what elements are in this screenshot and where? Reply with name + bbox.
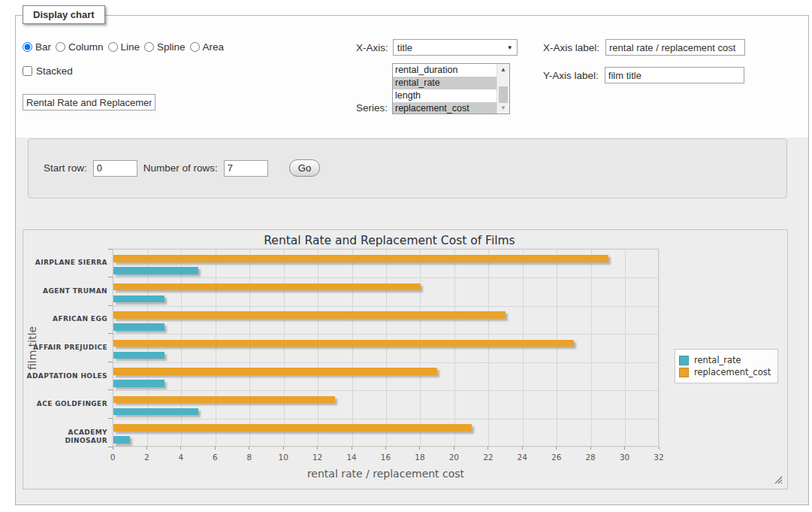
x-tick-label: 12 xyxy=(303,453,333,462)
x-tick-mark xyxy=(624,447,625,450)
gridline xyxy=(181,250,182,446)
fieldset-legend: Display chart xyxy=(23,5,105,24)
series-listbox-scrollbar[interactable]: ▲ ▼ xyxy=(497,64,509,114)
gridline xyxy=(625,250,626,446)
bar-rental_rate xyxy=(113,295,165,303)
legend-item: replacement_cost xyxy=(679,367,771,377)
radio-label: Column xyxy=(68,41,104,53)
plot-grid xyxy=(113,249,659,447)
y-axis-label-input[interactable] xyxy=(605,67,744,83)
gridline xyxy=(216,250,216,446)
gridline xyxy=(352,250,353,446)
x-tick-mark xyxy=(454,447,454,450)
series-option-replacement_cost[interactable]: replacement_cost xyxy=(393,102,497,114)
y-axis-label-row: Y-Axis label: xyxy=(543,67,744,83)
y-tick-mark xyxy=(108,333,113,334)
gridline xyxy=(249,250,250,446)
series-option-length[interactable]: length xyxy=(393,89,497,102)
gridline xyxy=(523,250,524,446)
series-listbox[interactable]: rental_durationrental_ratelengthreplacem… xyxy=(392,63,510,114)
x-tick-mark xyxy=(556,447,557,450)
y-tick-mark xyxy=(108,389,113,390)
chart-type-bar[interactable]: Bar xyxy=(23,41,51,53)
y-tick-mark xyxy=(108,418,113,419)
x-tick-label: 14 xyxy=(337,453,367,462)
radio-area[interactable] xyxy=(190,42,200,52)
radio-spline[interactable] xyxy=(144,42,154,52)
x-tick-label: 16 xyxy=(371,453,401,462)
bar-replacement_cost xyxy=(113,340,574,347)
radio-label: Spline xyxy=(157,41,186,53)
x-tick-label: 6 xyxy=(200,453,230,462)
x-tick-mark xyxy=(590,447,591,450)
x-tick-mark xyxy=(113,447,113,450)
y-tick-mark xyxy=(108,249,113,250)
bar-rental_rate xyxy=(113,352,165,359)
scroll-down-icon[interactable]: ▼ xyxy=(497,102,509,114)
bar-replacement_cost xyxy=(113,283,421,291)
radio-label: Line xyxy=(121,41,140,53)
scrollbar-thumb[interactable] xyxy=(499,86,508,103)
resize-handle-icon[interactable] xyxy=(774,476,783,484)
x-tick-mark xyxy=(488,447,488,450)
x-tick-mark xyxy=(522,447,523,450)
chart-type-spline[interactable]: Spline xyxy=(144,41,186,53)
bar-replacement_cost xyxy=(113,311,506,319)
x-tick-label: 22 xyxy=(473,453,503,462)
series-option-rental_duration[interactable]: rental_duration xyxy=(393,64,497,77)
start-row-input[interactable] xyxy=(93,160,137,177)
x-tick-mark xyxy=(419,447,420,450)
display-chart-page: Display chart BarColumnLineSplineArea St… xyxy=(0,0,812,512)
bar-rental_rate xyxy=(113,267,198,274)
num-rows-input[interactable] xyxy=(224,160,268,177)
x-tick-mark xyxy=(146,447,147,450)
chart-container: Rental Rate and Replacement Cost of Film… xyxy=(23,229,788,489)
x-axis-title: rental rate / replacement cost xyxy=(113,468,659,480)
x-tick-mark xyxy=(249,447,249,450)
x-axis-label-text: X-Axis label: xyxy=(543,42,599,53)
series-listbox-label: Series: xyxy=(356,102,388,114)
bar-replacement_cost xyxy=(113,424,472,432)
chart-type-area[interactable]: Area xyxy=(190,41,225,53)
rows-form: Start row: Number of rows: Go xyxy=(44,159,320,177)
gridline xyxy=(386,250,387,446)
radio-column[interactable] xyxy=(56,42,65,52)
x-tick-label: 28 xyxy=(575,453,605,462)
series-option-rental_rate[interactable]: rental_rate xyxy=(393,77,497,89)
x-axis-select-label: X-Axis: xyxy=(356,42,388,53)
x-tick-mark xyxy=(352,447,352,450)
radio-bar[interactable] xyxy=(23,42,32,52)
chart-type-column[interactable]: Column xyxy=(56,41,104,53)
x-axis-select[interactable]: title ▼ xyxy=(393,39,518,56)
gridline xyxy=(318,250,318,446)
stacked-option[interactable]: Stacked xyxy=(23,65,73,77)
bar-replacement_cost xyxy=(113,368,437,375)
legend-swatch xyxy=(679,356,689,365)
gridline xyxy=(113,334,658,335)
x-tick-mark xyxy=(385,447,386,450)
bar-rental_rate xyxy=(113,380,165,387)
x-tick-mark xyxy=(659,447,660,450)
chart-type-line[interactable]: Line xyxy=(108,41,140,53)
x-tick-label: 30 xyxy=(610,453,640,462)
y-tick-mark xyxy=(108,277,113,277)
x-tick-label: 20 xyxy=(439,453,469,462)
stacked-checkbox[interactable] xyxy=(23,66,32,76)
y-axis-title: film title xyxy=(26,249,38,447)
radio-line[interactable] xyxy=(108,42,118,52)
go-button[interactable]: Go xyxy=(289,159,320,177)
x-tick-label: 24 xyxy=(507,453,537,462)
x-tick-mark xyxy=(215,447,216,450)
gridline xyxy=(557,250,557,446)
bar-replacement_cost xyxy=(113,396,335,404)
x-axis-label-input[interactable] xyxy=(605,39,745,56)
chart-title-input[interactable] xyxy=(23,94,155,111)
y-axis-label-text: Y-Axis label: xyxy=(543,70,599,81)
chart-legend: rental_ratereplacement_cost xyxy=(675,349,778,383)
series-listbox-options: rental_durationrental_ratelengthreplacem… xyxy=(393,64,497,114)
x-tick-label: 26 xyxy=(542,453,572,462)
legend-swatch xyxy=(679,368,689,377)
x-tick-label: 2 xyxy=(131,453,161,462)
scroll-up-icon[interactable]: ▲ xyxy=(497,64,509,75)
gridline xyxy=(113,306,658,307)
